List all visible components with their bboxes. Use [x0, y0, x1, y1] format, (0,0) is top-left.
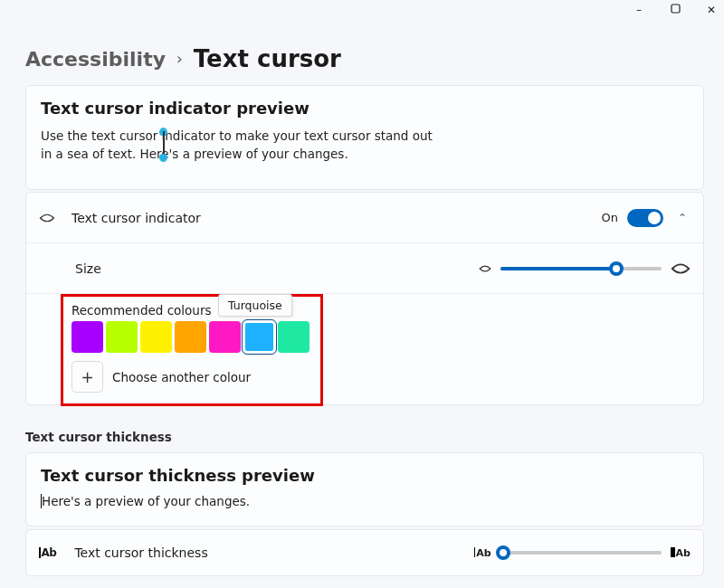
- recommended-colours-label: Recommended colours: [71, 303, 212, 318]
- indicator-toggle-row[interactable]: Text cursor indicator On ⌃: [26, 193, 703, 243]
- size-slider[interactable]: [500, 267, 662, 270]
- size-label: Size: [75, 261, 101, 276]
- thickness-preview-card: Text cursor thickness preview Here's a p…: [25, 452, 704, 526]
- thickness-icon: Ab: [39, 546, 56, 559]
- breadcrumb-parent[interactable]: Accessibility: [25, 48, 166, 71]
- window-controls: – ✕: [632, 4, 719, 16]
- add-colour-button[interactable]: +: [71, 361, 103, 393]
- indicator-state-text: On: [602, 211, 618, 224]
- breadcrumb: Accessibility › Text cursor: [25, 45, 341, 72]
- colour-swatch-turquoise[interactable]: [243, 321, 275, 353]
- colour-swatch-lime[interactable]: [106, 321, 138, 353]
- thickness-thick-icon: Ab: [671, 547, 691, 559]
- thickness-row-card[interactable]: Ab Text cursor thickness Ab Ab: [25, 529, 704, 576]
- thickness-slider[interactable]: [500, 551, 662, 555]
- colour-swatches: [71, 321, 310, 353]
- thickness-preview-text: Here's a preview of your changes.: [41, 494, 689, 508]
- add-colour-label: Choose another colour: [112, 370, 251, 384]
- indicator-settings-card: Text cursor indicator On ⌃ Size Recommen…: [25, 192, 704, 405]
- minimize-button[interactable]: –: [632, 4, 646, 16]
- indicator-preview-text: Use the text cursor indicator to make yo…: [41, 127, 689, 163]
- colour-tooltip: Turquoise: [218, 294, 292, 317]
- indicator-toggle[interactable]: [627, 209, 663, 227]
- plus-icon: +: [81, 368, 93, 386]
- thickness-preview-heading: Text cursor thickness preview: [41, 466, 689, 485]
- maximize-button[interactable]: [668, 4, 682, 16]
- thickness-label: Text cursor thickness: [74, 545, 473, 560]
- colour-swatch-purple[interactable]: [71, 321, 103, 353]
- thickness-section-heading: Text cursor thickness: [25, 430, 172, 444]
- chevron-up-icon[interactable]: ⌃: [678, 212, 691, 224]
- colour-swatch-mint[interactable]: [278, 321, 310, 353]
- breadcrumb-current: Text cursor: [194, 45, 341, 72]
- indicator-preview-card: Text cursor indicator preview Use the te…: [25, 85, 704, 190]
- colour-swatch-yellow[interactable]: [140, 321, 172, 353]
- size-small-icon: [479, 264, 491, 273]
- indicator-toggle-label: Text cursor indicator: [71, 211, 602, 225]
- thickness-thin-icon: Ab: [474, 547, 491, 559]
- cursor-outline-icon: [39, 212, 55, 224]
- size-large-icon: [671, 261, 691, 276]
- colour-area: Recommended colours Turquoise + Choose a…: [26, 294, 703, 404]
- indicator-preview-heading: Text cursor indicator preview: [41, 99, 689, 118]
- colour-swatch-orange[interactable]: [175, 321, 206, 353]
- colour-swatch-magenta[interactable]: [209, 321, 241, 353]
- svg-rect-0: [672, 5, 680, 13]
- chevron-right-icon: ›: [176, 50, 183, 68]
- size-row: Size: [26, 243, 703, 294]
- close-button[interactable]: ✕: [704, 4, 719, 16]
